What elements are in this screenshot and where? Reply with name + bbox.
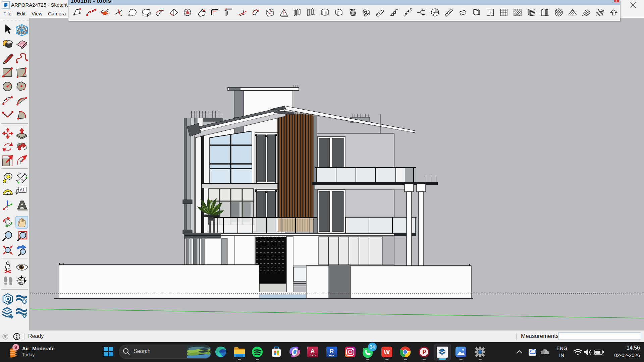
svg-text:A1: A1 — [20, 188, 25, 192]
svg-text:RVT: RVT — [329, 354, 334, 357]
svg-text:CAD: CAD — [310, 354, 316, 357]
svg-text:C: C — [20, 278, 22, 281]
svg-text:A-S: A-S — [19, 282, 23, 284]
svg-text:34: 34 — [370, 344, 375, 350]
svg-text:R: R — [330, 348, 334, 354]
svg-text:W: W — [384, 349, 390, 356]
svg-text:3: 3 — [17, 172, 19, 176]
svg-text:9: 9 — [14, 345, 17, 350]
svg-text:P: P — [422, 349, 426, 356]
svg-text:A: A — [311, 348, 315, 354]
